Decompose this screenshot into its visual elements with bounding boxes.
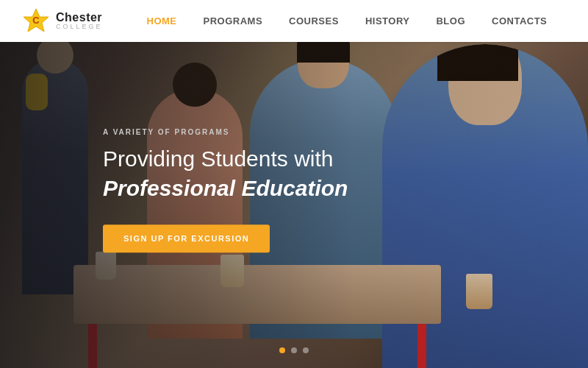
- nav-contacts[interactable]: CONTACTS: [492, 15, 547, 26]
- hero-eyebrow: A VARIETY OF PROGRAMS: [103, 128, 348, 136]
- hero-title-line1: Providing Students with: [103, 145, 348, 173]
- nav-blog[interactable]: BLOG: [436, 15, 465, 26]
- hero-slider-dots: [279, 347, 309, 353]
- logo-name: Chester: [56, 11, 103, 24]
- hero-cta-button[interactable]: SIGN UP FOR EXCURSION: [103, 224, 270, 252]
- logo-subtitle: College: [56, 24, 103, 31]
- svg-text:C: C: [32, 15, 40, 26]
- dot-2[interactable]: [291, 347, 297, 353]
- hero-title-line2: Professional Education: [103, 176, 348, 201]
- nav-programs[interactable]: PROGRAMS: [204, 15, 263, 26]
- dot-1[interactable]: [279, 347, 285, 353]
- nav-history[interactable]: HISTORY: [365, 15, 410, 26]
- logo-text: Chester College: [56, 11, 103, 31]
- logo-icon: C: [22, 7, 50, 35]
- main-nav: HOME PROGRAMS COURSES HISTORY BLOG CONTA…: [147, 15, 548, 26]
- site-header: C Chester College HOME PROGRAMS COURSES …: [0, 0, 588, 42]
- nav-courses[interactable]: COURSES: [289, 15, 339, 26]
- logo[interactable]: C Chester College: [22, 7, 103, 35]
- hero-section: A VARIETY OF PROGRAMS Providing Students…: [0, 0, 588, 368]
- hero-content: A VARIETY OF PROGRAMS Providing Students…: [103, 128, 348, 252]
- dot-3[interactable]: [303, 347, 309, 353]
- nav-home[interactable]: HOME: [147, 15, 177, 26]
